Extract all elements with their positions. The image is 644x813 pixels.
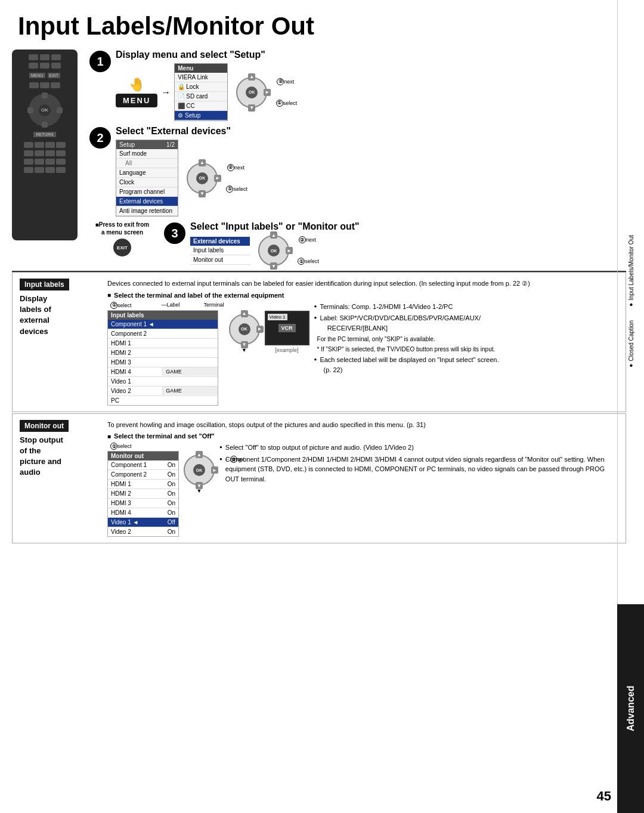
- mo-hdmi1-val: On: [160, 480, 178, 489]
- remote-btn: [56, 142, 66, 148]
- input-labels-info: Devices connected to external input term…: [107, 279, 618, 289]
- il-sub-display: Display: [20, 294, 47, 303]
- table-row: Video 2 On: [108, 527, 178, 536]
- table-row: Component 2 On: [108, 470, 178, 480]
- sidebar-label-1: ● Input Labels/Monitor Out: [627, 235, 635, 308]
- program-channel-item: Program channel: [116, 187, 178, 197]
- step-3-area: ■Press to exit from a menu screen EXIT 3…: [89, 221, 626, 266]
- nav-down-3: ▼: [270, 262, 277, 270]
- step-1-menu-box: Menu VIERA Link 🔒 Lock 📄 SD card ⬛ CC ⚙ …: [174, 63, 228, 121]
- mo-hdmi1: HDMI 1: [108, 480, 160, 489]
- nav-right-2: ►: [214, 175, 221, 182]
- table-row: Component 1 On: [108, 460, 178, 470]
- mo-sub-of: of the: [20, 446, 41, 455]
- monitor-out-nav: OK ▲ ▼ ► ←②set ▼: [184, 455, 215, 494]
- external-devices-item: External devices: [116, 197, 178, 206]
- input-labels-table: Input labels Component 1 ◄ Component 2 H…: [107, 310, 218, 406]
- ok-il-btn: OK: [239, 323, 250, 335]
- table-row: Video 1 ◄ Off: [108, 518, 178, 527]
- video2-game: GAME: [162, 387, 217, 395]
- monitor-out-table: Monitor out Component 1 On Component 2 O…: [107, 451, 179, 537]
- setup-label: Setup: [119, 141, 135, 148]
- monitor-out-info: To prevent howling and image oscillation…: [107, 420, 618, 430]
- input-labels-diagram: ①select ―Label Terminal Input labels Com…: [107, 302, 618, 406]
- step-3-title: Select "Input labels" or "Monitor out": [190, 221, 626, 232]
- remote-btn: [24, 142, 33, 148]
- input-labels-nav: OK ▲ ▼ ► ←②set ▼: [229, 314, 260, 353]
- nav-right-btn: ►: [264, 89, 271, 96]
- table-row: HDMI 3: [108, 358, 218, 367]
- mo-sub-audio: audio: [20, 468, 41, 477]
- remote-btn: [56, 167, 66, 173]
- mo-video2: Video 2: [108, 527, 160, 536]
- page-number: 45: [597, 789, 611, 804]
- mo-video1: Video 1 ◄: [108, 518, 160, 527]
- nav-down: [42, 122, 48, 128]
- il-sub-labels: labels of: [20, 305, 51, 314]
- menu-header: Menu: [175, 64, 227, 73]
- step-3-nav: OK ▲ ▼ ► ②next ①select: [258, 235, 289, 266]
- remote-btn: [29, 82, 39, 88]
- input-labels-box: Input labels: [20, 279, 69, 290]
- hdmi4-game: GAME: [162, 367, 217, 376]
- remote-btn: [51, 63, 61, 69]
- bullet-each: Each selected label will be displayed on…: [314, 355, 618, 375]
- mo-comp2-val: On: [160, 470, 178, 479]
- table-row: HDMI 2: [108, 348, 218, 358]
- menu-item-vieralink: VIERA Link: [175, 73, 227, 82]
- mo-select-label: ①select: [110, 443, 179, 450]
- bullet-terminals: Terminals: Comp. 1-2/HDMI 1-4/Video 1-2/…: [314, 302, 618, 312]
- hdmi2-cell: HDMI 2: [108, 348, 218, 357]
- input-labels-content: Devices connected to external input term…: [107, 279, 618, 406]
- skip-note: * If "SKIP" is selected, the TV/VIDEO bu…: [317, 345, 618, 354]
- input-labels-item: Input labels: [190, 246, 250, 255]
- remote-btn: [29, 54, 38, 60]
- arrow-icon: →: [161, 87, 171, 98]
- mo-hdmi3-val: On: [160, 499, 178, 508]
- mo-set-label: ←②set: [225, 456, 244, 463]
- monitor-out-box: Monitor out: [20, 420, 69, 432]
- ok-button[interactable]: OK: [39, 104, 51, 116]
- table-row: HDMI 4 On: [108, 508, 178, 518]
- remote-btn: [45, 142, 55, 148]
- nav-right-3: ►: [286, 247, 293, 254]
- menu-item-setup: ⚙ Setup: [175, 111, 227, 120]
- remote-control-image: MENU EXIT OK: [12, 50, 80, 266]
- input-labels-bullets: Terminals: Comp. 1-2/HDMI 1-4/Video 1-2/…: [314, 302, 618, 377]
- monitor-table-title: Monitor out: [108, 452, 178, 460]
- anti-image-item: Anti image retention: [116, 206, 178, 216]
- mo-comp2: Component 2: [108, 470, 160, 479]
- pc-note: For the PC terminal, only "SKIP" is avai…: [317, 335, 618, 344]
- tv-label: Video 1: [268, 314, 287, 320]
- monitor-out-item: Monitor out: [190, 255, 250, 265]
- hand-icon: 🤚: [129, 77, 145, 92]
- nav-up-btn: ▲: [248, 73, 255, 81]
- remote-btn: [45, 167, 55, 173]
- label-terminal-headers: ①select ―Label Terminal: [110, 302, 224, 309]
- step-3-menu-box: External devices Input labels Monitor ou…: [190, 237, 250, 265]
- select-label-3: ①select: [298, 258, 319, 265]
- table-row: Video 2 GAME: [108, 387, 218, 396]
- mo-nav-down: ▼: [196, 482, 203, 489]
- table-row: Component 1 ◄: [108, 320, 218, 329]
- step-2-menu-box: Setup 1/2 Surf mode All Language Clock P…: [116, 140, 178, 217]
- remote-btn: [51, 82, 60, 88]
- right-sidebar: ● Input Labels/Monitor Out ● Closed Capt…: [617, 0, 644, 813]
- tv-screen: Video 1 VCR: [265, 311, 309, 345]
- next-label: ②next: [277, 78, 294, 85]
- step-1: 1 Display menu and select "Setup" 🤚 MENU…: [89, 50, 626, 121]
- monitor-out-table-wrapper: ①select Monitor out Component 1 On Compo…: [107, 443, 179, 537]
- tv-example: Video 1 VCR [example]: [265, 311, 309, 353]
- table-row: Video 1: [108, 377, 218, 387]
- nav-up-2: ▲: [199, 159, 206, 166]
- ok-nav-btn-3: OK: [268, 245, 280, 256]
- exit-button[interactable]: EXIT: [113, 239, 131, 256]
- nav-up-3: ▲: [270, 231, 277, 239]
- step-2-nav: OK ▲ ▼ ► ②next ①select: [187, 163, 218, 194]
- select-terminal-header: Select the terminal and label of the ext…: [107, 292, 618, 299]
- menu-screen-text: a menu screen: [101, 229, 143, 236]
- pc-cell: PC: [108, 396, 218, 405]
- remote-btn: [35, 150, 44, 156]
- step-3: 3 Select "Input labels" or "Monitor out"…: [164, 221, 626, 266]
- next-label-3: ②next: [299, 236, 316, 243]
